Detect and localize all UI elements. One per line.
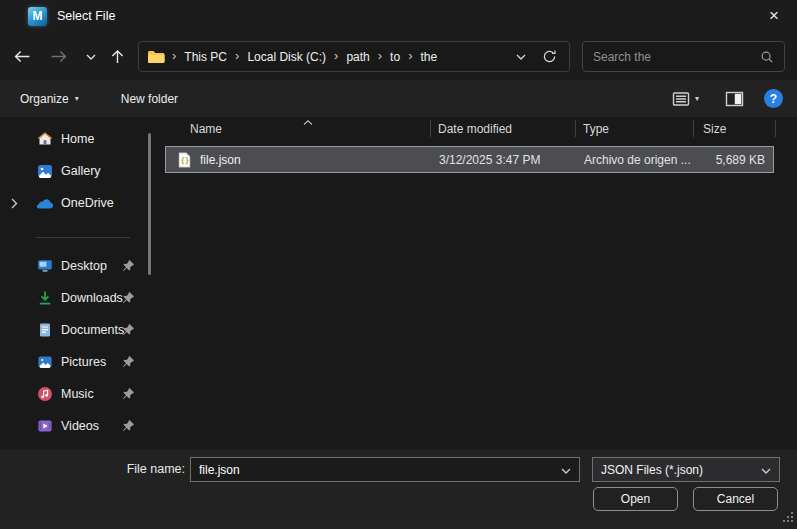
breadcrumb-this-pc[interactable]: This PC <box>177 47 234 67</box>
column-divider[interactable] <box>575 120 576 137</box>
caret-down-icon: ▾ <box>695 94 699 103</box>
new-folder-label: New folder <box>121 92 178 106</box>
column-divider[interactable] <box>430 120 431 137</box>
caret-down-icon: ▾ <box>75 94 79 103</box>
sidebar-item-label: Documents <box>61 323 124 337</box>
new-folder-button[interactable]: New folder <box>111 87 188 111</box>
videos-icon <box>36 418 53 435</box>
documents-icon <box>36 322 53 339</box>
file-size: 5,689 KB <box>716 147 765 172</box>
resize-grip[interactable] <box>783 512 794 526</box>
file-row-selected[interactable]: {} file.json 3/12/2025 3:47 PM Archivo d… <box>165 146 774 173</box>
column-header-type[interactable]: Type <box>583 120 609 138</box>
sidebar-item-onedrive[interactable]: OneDrive <box>0 190 150 216</box>
arrow-up-icon <box>111 49 124 64</box>
view-mode-button[interactable]: ▾ <box>672 91 699 107</box>
breadcrumb-path[interactable]: path <box>339 47 376 67</box>
window-title: Select File <box>57 9 115 23</box>
sidebar-item-label: Music <box>61 387 94 401</box>
command-bar: Organize ▾ New folder ▾ ? <box>0 80 797 117</box>
breadcrumb: › This PC › Local Disk (C:) › path › to … <box>171 47 444 67</box>
sidebar-divider <box>36 237 130 238</box>
file-name: file.json <box>200 147 241 172</box>
home-icon <box>36 131 53 148</box>
folder-icon <box>147 50 165 64</box>
pictures-icon <box>36 354 53 371</box>
navigation-pane: Home Gallery OneDrive <box>0 117 157 450</box>
pin-icon <box>122 355 135 371</box>
file-list-area[interactable]: Name Date modified Type Size {} <box>165 117 797 450</box>
file-name-value: file.json <box>199 463 240 477</box>
arrow-left-icon <box>14 50 31 63</box>
pin-icon <box>122 387 135 403</box>
sidebar-item-label: Downloads <box>61 291 123 305</box>
sidebar-item-label: Home <box>61 132 94 146</box>
search-placeholder: Search the <box>593 50 651 64</box>
app-icon: M <box>28 7 47 26</box>
forward-button[interactable] <box>42 41 74 72</box>
cancel-button[interactable]: Cancel <box>693 487 778 511</box>
sidebar-item-label: Pictures <box>61 355 106 369</box>
pin-icon <box>122 323 135 339</box>
close-button[interactable]: × <box>751 0 797 32</box>
organize-button[interactable]: Organize ▾ <box>10 87 89 111</box>
column-header-date-modified[interactable]: Date modified <box>438 120 512 138</box>
column-divider[interactable] <box>693 120 694 137</box>
pin-icon <box>122 259 135 275</box>
gallery-icon <box>36 163 53 180</box>
search-icon <box>760 50 774 64</box>
pin-icon <box>122 291 135 307</box>
sidebar-item-label: OneDrive <box>61 196 114 210</box>
breadcrumb-local-disk[interactable]: Local Disk (C:) <box>240 47 333 67</box>
chevron-down-icon <box>761 463 771 477</box>
breadcrumb-the[interactable]: the <box>413 47 444 67</box>
search-input[interactable]: Search the <box>582 41 785 72</box>
file-type: Archivo de origen ... <box>584 147 691 172</box>
column-header-name[interactable]: Name <box>190 120 222 138</box>
column-header-size[interactable]: Size <box>703 120 726 138</box>
file-type-select[interactable]: JSON Files (*.json) <box>592 457 780 482</box>
sort-ascending-icon <box>303 114 313 128</box>
file-name-label: File name: <box>100 462 185 476</box>
desktop-icon <box>36 258 53 275</box>
chevron-down-icon[interactable] <box>561 463 571 477</box>
file-date-modified: 3/12/2025 3:47 PM <box>439 147 540 172</box>
recent-locations-button[interactable] <box>77 41 105 72</box>
arrow-right-icon <box>50 50 67 63</box>
sidebar-item-home[interactable]: Home <box>0 126 150 152</box>
file-name-input[interactable]: file.json <box>190 457 580 482</box>
help-glyph: ? <box>770 92 777 106</box>
select-file-dialog: M Select File × › This PC › Local Disk (… <box>0 0 797 529</box>
open-button[interactable]: Open <box>593 487 678 511</box>
json-file-icon: {} <box>178 147 191 172</box>
details-view-icon <box>672 91 690 107</box>
main-area: Home Gallery OneDrive <box>0 117 797 450</box>
column-divider[interactable] <box>775 120 776 137</box>
chevron-down-icon <box>86 54 96 60</box>
address-dropdown-icon[interactable] <box>516 54 526 60</box>
dialog-footer: File name: file.json JSON Files (*.json)… <box>0 450 797 529</box>
music-icon <box>36 386 53 403</box>
address-bar[interactable]: › This PC › Local Disk (C:) › path › to … <box>138 41 570 72</box>
help-button[interactable]: ? <box>764 89 783 108</box>
svg-text:{}: {} <box>180 156 189 165</box>
downloads-icon <box>36 290 53 307</box>
pin-icon <box>122 419 135 435</box>
onedrive-icon <box>36 195 53 212</box>
sidebar-item-label: Desktop <box>61 259 107 273</box>
organize-label: Organize <box>20 92 69 106</box>
titlebar: M Select File × <box>0 0 797 32</box>
refresh-icon[interactable] <box>542 49 557 64</box>
preview-pane-icon[interactable] <box>725 91 744 107</box>
back-button[interactable] <box>6 41 38 72</box>
file-type-value: JSON Files (*.json) <box>601 463 703 477</box>
sidebar-scrollbar[interactable] <box>148 133 151 275</box>
sidebar-item-gallery[interactable]: Gallery <box>0 158 150 184</box>
app-icon-letter: M <box>33 9 43 23</box>
sidebar-item-label: Gallery <box>61 164 101 178</box>
up-button[interactable] <box>102 41 132 72</box>
breadcrumb-to[interactable]: to <box>383 47 407 67</box>
sidebar-item-label: Videos <box>61 419 99 433</box>
